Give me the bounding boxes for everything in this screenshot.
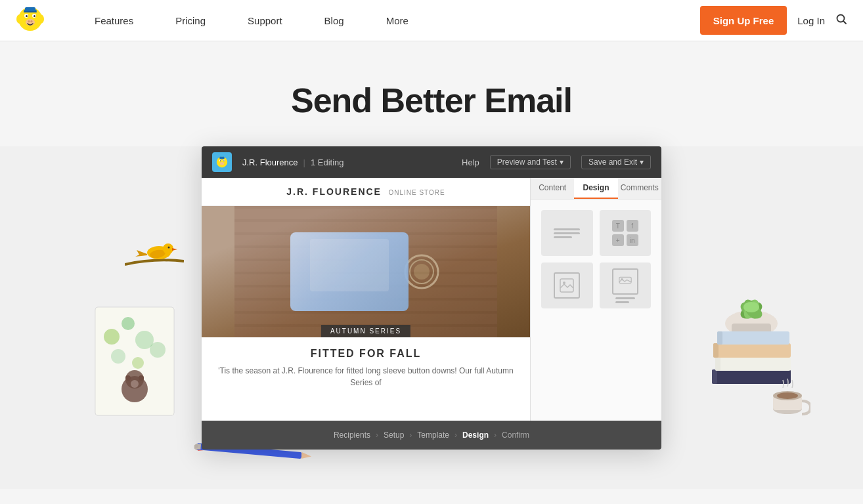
- email-header: J.R. Flourence Online Store: [202, 178, 530, 206]
- workflow-step-confirm[interactable]: Confirm: [502, 430, 529, 440]
- design-block-image-text[interactable]: [600, 262, 652, 308]
- image-placeholder-icon: [559, 278, 575, 293]
- app-preview-btn[interactable]: Preview and Test ▾: [490, 155, 571, 169]
- app-topbar: J.R. Flourence | 1 Editing Help Preview …: [202, 146, 661, 178]
- workflow-arrow-3: ›: [454, 430, 457, 440]
- svg-point-32: [131, 380, 139, 388]
- app-save-btn[interactable]: Save and Exit ▾: [581, 155, 651, 169]
- email-banner: Autumn Series: [321, 325, 410, 337]
- svg-rect-65: [712, 369, 791, 384]
- hero-title: Send Better Email: [0, 81, 863, 120]
- svg-rect-70: [713, 343, 719, 358]
- facebook-icon: f: [627, 220, 638, 232]
- design-block-text[interactable]: [541, 210, 593, 256]
- svg-marker-18: [172, 248, 177, 251]
- svg-rect-9: [24, 11, 37, 12]
- nav-links: Features Pricing Support Blog More: [74, 0, 700, 41]
- svg-point-27: [150, 342, 166, 358]
- svg-point-22: [104, 329, 120, 345]
- login-button[interactable]: Log In: [797, 15, 825, 26]
- workflow-arrow-1: ›: [376, 430, 378, 440]
- content-area: J.R. Flourence | 1 Editing Help Preview …: [0, 146, 863, 489]
- app-topbar-actions: Help Preview and Test ▾ Save and Exit ▾: [462, 155, 651, 169]
- mailchimp-logo[interactable]: [16, 5, 47, 36]
- app-sep: |: [303, 158, 305, 167]
- shirt-image: [290, 232, 409, 311]
- email-body-title: Fitted for Fall: [215, 348, 517, 360]
- tab-design[interactable]: Design: [574, 178, 617, 199]
- app-user: J.R. Flourence: [242, 158, 298, 167]
- svg-point-1: [16, 14, 23, 24]
- deco-bird: [125, 232, 184, 271]
- twitter-icon: T: [612, 220, 624, 232]
- store-name: J.R. Flourence: [286, 186, 382, 197]
- svg-point-26: [132, 357, 144, 369]
- design-block-image1[interactable]: [541, 262, 593, 308]
- workflow-bar: Recipients › Setup › Template › Design ›…: [202, 421, 661, 450]
- search-button[interactable]: [835, 13, 847, 28]
- signup-button[interactable]: Sign Up Free: [700, 6, 787, 35]
- svg-point-13: [837, 14, 845, 22]
- app-screenshot: J.R. Flourence | 1 Editing Help Preview …: [202, 146, 661, 450]
- svg-rect-41: [234, 206, 497, 209]
- email-hero-image: Autumn Series: [202, 206, 530, 337]
- svg-point-25: [111, 349, 125, 364]
- app-editing: 1 Editing: [311, 158, 344, 167]
- nav-support[interactable]: Support: [227, 0, 303, 41]
- design-block-social[interactable]: T f + in: [600, 210, 652, 256]
- workflow-arrow-2: ›: [409, 430, 412, 440]
- svg-rect-42: [234, 219, 497, 222]
- app-logo: [212, 152, 232, 172]
- deco-card: [92, 304, 177, 425]
- workflow-step-template[interactable]: Template: [417, 430, 449, 440]
- image-text-placeholder-icon: [619, 276, 632, 287]
- svg-point-12: [31, 20, 33, 22]
- svg-point-2: [37, 14, 44, 24]
- navbar-right: Sign Up Free Log In: [700, 6, 847, 35]
- svg-rect-67: [715, 356, 791, 371]
- email-preview: J.R. Flourence Online Store: [202, 178, 530, 421]
- svg-point-39: [220, 162, 224, 165]
- design-panel: Content Design Comments: [530, 178, 661, 421]
- email-body-text: 'Tis the season at J.R. Flourence for fi…: [215, 365, 517, 388]
- store-subtitle: Online Store: [388, 189, 445, 196]
- svg-point-19: [168, 247, 170, 249]
- svg-point-5: [26, 15, 28, 17]
- svg-rect-68: [715, 356, 720, 371]
- search-icon: [835, 13, 847, 25]
- linkedin-icon: in: [627, 234, 638, 246]
- app-main: J.R. Flourence Online Store: [202, 178, 661, 421]
- nav-features[interactable]: Features: [74, 0, 154, 41]
- nav-pricing[interactable]: Pricing: [154, 0, 227, 41]
- workflow-step-design[interactable]: Design: [462, 430, 489, 440]
- svg-point-6: [33, 15, 35, 17]
- plus-icon: +: [612, 234, 624, 246]
- svg-point-30: [125, 375, 131, 381]
- nav-more[interactable]: More: [365, 0, 430, 41]
- svg-point-17: [163, 243, 173, 254]
- tab-content[interactable]: Content: [531, 178, 574, 199]
- design-blocks: T f + in: [531, 200, 661, 319]
- workflow-step-setup[interactable]: Setup: [384, 430, 404, 440]
- nav-blog[interactable]: Blog: [303, 0, 365, 41]
- svg-rect-71: [717, 331, 789, 345]
- hero-section: Send Better Email: [0, 41, 863, 146]
- svg-rect-66: [712, 369, 717, 384]
- svg-point-37: [223, 160, 224, 161]
- svg-point-11: [28, 20, 30, 22]
- svg-marker-82: [301, 452, 312, 459]
- workflow-step-recipients[interactable]: Recipients: [334, 430, 370, 440]
- navbar: Features Pricing Support Blog More Sign …: [0, 0, 863, 41]
- svg-line-14: [844, 21, 847, 24]
- svg-rect-49: [234, 311, 497, 314]
- app-help-btn[interactable]: Help: [462, 158, 479, 167]
- svg-rect-72: [717, 331, 722, 345]
- tab-comments[interactable]: Comments: [618, 178, 661, 199]
- workflow-arrow-4: ›: [494, 430, 497, 440]
- svg-rect-69: [713, 343, 791, 358]
- svg-point-23: [122, 317, 135, 330]
- design-tabs: Content Design Comments: [531, 178, 661, 200]
- svg-point-64: [743, 302, 759, 312]
- svg-point-76: [777, 392, 798, 399]
- svg-rect-38: [219, 157, 224, 159]
